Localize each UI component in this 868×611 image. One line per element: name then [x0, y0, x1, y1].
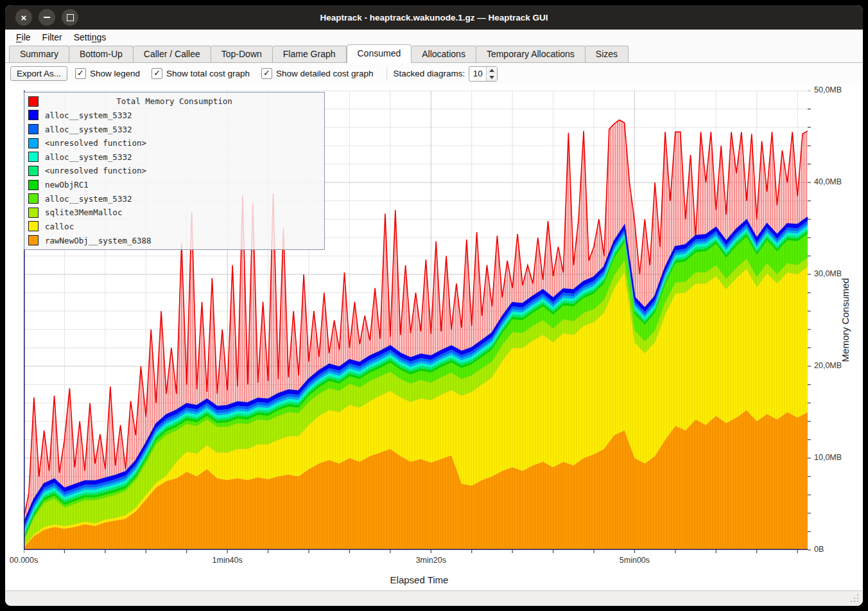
legend-row: alloc__system_5332: [28, 109, 320, 121]
legend-swatch: [28, 180, 39, 190]
legend-row: rawNewObj__system_6388: [28, 234, 320, 247]
legend-swatch: [28, 138, 39, 148]
y-tick-label: 10,0MB: [814, 453, 842, 462]
tab-sizes[interactable]: Sizes: [586, 46, 629, 62]
tab-bar: SummaryBottom-UpCaller / CalleeTop-DownF…: [5, 45, 863, 63]
checkbox-label: Show total cost graph: [166, 69, 250, 78]
legend-swatch: [28, 124, 39, 134]
chevron-up-icon: [489, 69, 494, 72]
tab-flame-graph[interactable]: Flame Graph: [273, 46, 347, 62]
tab-temporary-allocations[interactable]: Temporary Allocations: [476, 46, 586, 62]
spinbox-value[interactable]: 10: [469, 67, 486, 81]
legend-label: alloc__system_5332: [45, 125, 132, 134]
tab-caller-callee[interactable]: Caller / Callee: [134, 46, 211, 62]
legend-swatch: [28, 208, 39, 218]
legend-label: calloc: [45, 222, 74, 231]
menu-settings[interactable]: Settings: [68, 31, 112, 44]
legend-label: <unresolved function>: [45, 166, 146, 175]
stacked-diagrams-spinbox[interactable]: 10: [469, 66, 498, 82]
x-tick-label: 00.000s: [10, 556, 38, 565]
legend-swatch: [28, 152, 39, 162]
y-tick-label: 20,0MB: [814, 361, 842, 370]
legend-row: alloc__system_5332: [28, 123, 320, 136]
legend-row: <unresolved function>: [28, 164, 320, 177]
legend-swatch: [28, 166, 39, 176]
legend-label: alloc__system_5332: [45, 194, 132, 204]
menu-bar: FileFilterSettings: [5, 30, 863, 45]
export-as-button[interactable]: Export As...: [10, 66, 67, 81]
chart-legend: Total Memory Consumptionalloc__system_53…: [24, 92, 325, 250]
checkbox-box[interactable]: ✓: [261, 68, 272, 79]
legend-swatch: [28, 193, 39, 204]
legend-title: Total Memory Consumption: [45, 96, 304, 106]
window-title: Heaptrack - heaptrack.wakunode.1.gz — He…: [5, 13, 863, 22]
resize-grip[interactable]: [851, 594, 859, 603]
legend-label: alloc__system_5332: [45, 152, 132, 162]
maximize-button[interactable]: [62, 9, 78, 26]
y-tick-label: 50,0MB: [814, 85, 842, 94]
x-tick-label: 5min00s: [620, 556, 650, 565]
stacked-diagrams-label: Stacked diagrams:: [394, 69, 465, 78]
checkbox-show-detailed-cost-graph[interactable]: ✓Show detailed cost graph: [261, 68, 374, 79]
legend-row: newObjRC1: [28, 179, 320, 191]
tab-top-down[interactable]: Top-Down: [211, 46, 273, 62]
toolbar-separator: [386, 67, 387, 80]
legend-label: sqlite3MemMalloc: [45, 208, 122, 217]
tab-bottom-up[interactable]: Bottom-Up: [69, 46, 134, 62]
consumed-chart-widget: Total Memory Consumptionalloc__system_53…: [5, 84, 863, 590]
legend-swatch: [28, 110, 39, 120]
toolbar-checkboxes: ✓Show legend✓Show total cost graph✓Show …: [75, 68, 385, 79]
checkbox-label: Show legend: [90, 69, 140, 78]
spinbox-buttons: [486, 67, 497, 81]
legend-row: alloc__system_5332: [28, 192, 320, 205]
close-icon: ×: [21, 13, 27, 22]
legend-label: newObjRC1: [45, 180, 89, 190]
toolbar: Export As... ✓Show legend✓Show total cos…: [5, 63, 863, 84]
spinbox-down-button[interactable]: [487, 74, 497, 81]
y-axis-title: Memory Consumed: [840, 278, 851, 362]
menu-file[interactable]: File: [10, 31, 37, 44]
checkbox-show-legend[interactable]: ✓Show legend: [75, 68, 140, 79]
x-tick-label: 1min40s: [213, 556, 243, 565]
legend-swatch: [28, 221, 39, 231]
x-tick-label: 3min20s: [416, 556, 446, 565]
menu-filter[interactable]: Filter: [37, 31, 68, 44]
checkbox-show-total-cost-graph[interactable]: ✓Show total cost graph: [152, 68, 250, 79]
status-bar: [5, 590, 863, 606]
title-bar[interactable]: × Heaptrack - heaptrack.wakunode.1.gz — …: [5, 5, 863, 30]
checkbox-label: Show detailed cost graph: [276, 69, 374, 78]
legend-label: alloc__system_5332: [45, 111, 132, 120]
legend-row: <unresolved function>: [28, 137, 320, 150]
tab-consumed[interactable]: Consumed: [347, 44, 412, 63]
legend-swatch: [28, 96, 39, 107]
y-tick-label: 30,0MB: [814, 269, 842, 278]
checkbox-box[interactable]: ✓: [152, 68, 162, 79]
legend-swatch: [28, 235, 39, 245]
tab-allocations[interactable]: Allocations: [412, 46, 476, 62]
tab-summary[interactable]: Summary: [9, 46, 69, 62]
chevron-down-icon: [489, 76, 494, 79]
x-axis-title: Elapsed Time: [390, 574, 449, 585]
legend-row: Total Memory Consumption: [28, 95, 320, 108]
minimize-button[interactable]: [39, 9, 55, 26]
y-tick-label: 0B: [814, 545, 824, 554]
legend-row: sqlite3MemMalloc: [28, 206, 320, 219]
legend-label: <unresolved function>: [45, 138, 146, 148]
legend-label: rawNewObj__system_6388: [45, 236, 152, 245]
maximize-icon: [67, 14, 74, 21]
app-window: × Heaptrack - heaptrack.wakunode.1.gz — …: [5, 5, 863, 606]
spinbox-up-button[interactable]: [487, 67, 497, 74]
minimize-icon: [44, 17, 50, 18]
legend-row: alloc__system_5332: [28, 150, 320, 163]
close-button[interactable]: ×: [15, 9, 32, 26]
checkbox-box[interactable]: ✓: [75, 68, 86, 79]
y-tick-label: 40,0MB: [814, 177, 842, 186]
legend-row: calloc: [28, 220, 320, 233]
